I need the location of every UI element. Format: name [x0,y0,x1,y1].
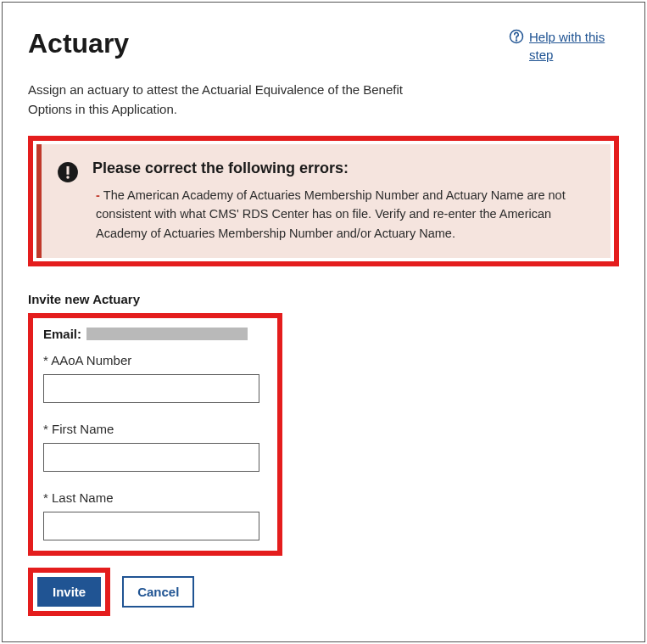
error-highlight-box: Please correct the following errors: - T… [28,136,619,266]
aaoa-label: * AAoA Number [43,353,267,367]
error-item-bullet: - [96,188,103,202]
first-name-field-group: * First Name [43,422,267,472]
last-name-field-group: * Last Name [43,490,267,540]
form-highlight-box: Email: * AAoA Number * First Name * Last… [28,313,282,556]
help-link-text: Help with this step [529,28,619,64]
error-alert-icon [57,161,79,183]
error-banner: Please correct the following errors: - T… [36,144,611,258]
button-row: Invite Cancel [28,568,619,616]
error-item-text: The American Academy of Actuaries Member… [96,188,566,240]
help-icon [509,29,524,44]
header-row: Actuary Help with this step [28,28,619,64]
svg-point-1 [516,40,517,41]
invite-button[interactable]: Invite [37,577,101,607]
error-content: Please correct the following errors: - T… [92,160,594,243]
page-title: Actuary [28,28,129,59]
invite-section-title: Invite new Actuary [28,292,619,306]
invite-highlight-box: Invite [28,568,110,616]
aaoa-field-group: * AAoA Number [43,353,267,403]
first-name-input[interactable] [43,443,259,472]
first-name-label: * First Name [43,422,267,436]
email-row: Email: [43,327,267,341]
svg-rect-3 [66,166,69,175]
error-list: - The American Academy of Actuaries Memb… [92,186,594,243]
aaoa-number-input[interactable] [43,374,259,403]
last-name-input[interactable] [43,512,259,540]
page-container: Actuary Help with this step Assign an ac… [2,2,645,642]
last-name-label: * Last Name [43,490,267,505]
email-redacted [86,328,248,340]
page-description: Assign an actuary to attest the Actuaria… [28,81,435,119]
error-title: Please correct the following errors: [92,160,594,177]
email-label: Email: [43,327,81,341]
cancel-button[interactable]: Cancel [122,576,194,608]
help-link[interactable]: Help with this step [509,28,619,64]
svg-point-4 [66,176,69,178]
